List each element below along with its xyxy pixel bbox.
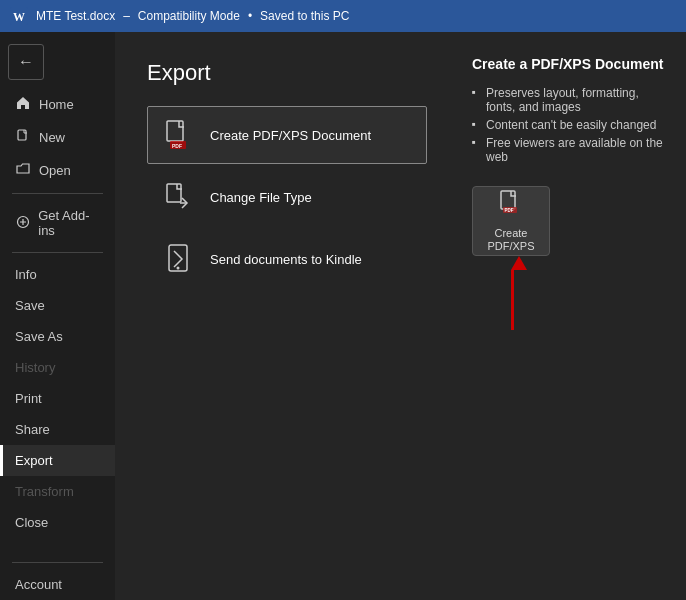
sidebar-label-history: History xyxy=(15,360,55,375)
export-option-label-create-pdf: Create PDF/XPS Document xyxy=(210,128,371,143)
open-icon xyxy=(15,162,31,179)
sidebar-item-new[interactable]: New xyxy=(0,121,115,154)
svg-text:PDF: PDF xyxy=(172,143,182,149)
title-bar-filename: MTE Test.docx xyxy=(36,9,115,23)
export-option-change-file-type[interactable]: Change File Type xyxy=(147,168,427,226)
content-area: Export PDF Create PDF/XPS Document xyxy=(115,32,456,600)
home-icon xyxy=(15,96,31,113)
export-option-label-kindle: Send documents to Kindle xyxy=(210,252,362,267)
svg-point-9 xyxy=(177,267,180,270)
change-file-type-icon xyxy=(160,179,196,215)
title-bar-separator1: – xyxy=(123,9,130,23)
sidebar-divider-2 xyxy=(12,252,103,253)
sidebar-item-account[interactable]: Account xyxy=(0,569,115,600)
back-button[interactable]: ← xyxy=(8,44,44,80)
sidebar-label-share: Share xyxy=(15,422,50,437)
pdf-icon: PDF xyxy=(160,117,196,153)
sidebar-item-open[interactable]: Open xyxy=(0,154,115,187)
sidebar-label-new: New xyxy=(39,130,65,145)
big-button-area: PDF CreatePDF/XPS xyxy=(472,186,670,256)
add-ins-icon xyxy=(15,215,30,232)
sidebar-item-export[interactable]: Export xyxy=(0,445,115,476)
bullet-1: Preserves layout, formatting, fonts, and… xyxy=(472,84,670,116)
sidebar-item-share[interactable]: Share xyxy=(0,414,115,445)
create-pdf-xps-button[interactable]: PDF CreatePDF/XPS xyxy=(472,186,550,256)
sidebar-label-save-as: Save As xyxy=(15,329,63,344)
sidebar-label-get-add-ins: Get Add-ins xyxy=(38,208,103,238)
sidebar-item-info[interactable]: Info xyxy=(0,259,115,290)
arrow-shaft xyxy=(511,270,514,330)
sidebar-label-save: Save xyxy=(15,298,45,313)
title-bar-mode: Compatibility Mode xyxy=(138,9,240,23)
new-icon xyxy=(15,129,31,146)
title-bar-saved-state: Saved to this PC xyxy=(260,9,349,23)
sidebar-divider-3 xyxy=(12,562,103,563)
create-pdf-button-label: CreatePDF/XPS xyxy=(487,227,534,253)
sidebar-label-close: Close xyxy=(15,515,48,530)
title-bar-separator2: • xyxy=(248,9,252,23)
sidebar-label-print: Print xyxy=(15,391,42,406)
sidebar-item-save-as[interactable]: Save As xyxy=(0,321,115,352)
sidebar-label-account: Account xyxy=(15,577,62,592)
svg-text:PDF: PDF xyxy=(505,208,514,213)
arrow-head xyxy=(511,256,527,270)
sidebar-label-home: Home xyxy=(39,97,74,112)
sidebar-divider-1 xyxy=(12,193,103,194)
export-option-send-kindle[interactable]: Send documents to Kindle xyxy=(147,230,427,288)
word-logo-icon: W xyxy=(10,7,28,25)
sidebar-item-close[interactable]: Close xyxy=(0,507,115,538)
sidebar-item-save[interactable]: Save xyxy=(0,290,115,321)
create-pdf-button-icon: PDF xyxy=(497,189,525,223)
app-body: ← Home New Open Get xyxy=(0,32,686,600)
page-title: Export xyxy=(147,60,424,86)
sidebar-item-get-add-ins[interactable]: Get Add-ins xyxy=(0,200,115,246)
sidebar-item-home[interactable]: Home xyxy=(0,88,115,121)
svg-text:W: W xyxy=(13,10,25,24)
sidebar: ← Home New Open Get xyxy=(0,32,115,600)
export-option-create-pdf[interactable]: PDF Create PDF/XPS Document xyxy=(147,106,427,164)
right-panel-title: Create a PDF/XPS Document xyxy=(472,56,670,72)
right-panel-bullets: Preserves layout, formatting, fonts, and… xyxy=(472,84,670,166)
sidebar-label-info: Info xyxy=(15,267,37,282)
export-options-list: PDF Create PDF/XPS Document Change File … xyxy=(147,106,427,288)
svg-rect-10 xyxy=(501,191,515,209)
sidebar-label-export: Export xyxy=(15,453,53,468)
sidebar-label-transform: Transform xyxy=(15,484,74,499)
svg-rect-2 xyxy=(18,130,26,140)
bullet-2: Content can't be easily changed xyxy=(472,116,670,134)
svg-rect-4 xyxy=(167,121,183,141)
right-panel: Create a PDF/XPS Document Preserves layo… xyxy=(456,32,686,600)
title-bar: W MTE Test.docx – Compatibility Mode • S… xyxy=(0,0,686,32)
sidebar-item-print[interactable]: Print xyxy=(0,383,115,414)
bullet-3: Free viewers are available on the web xyxy=(472,134,670,166)
sidebar-item-transform: Transform xyxy=(0,476,115,507)
export-option-label-change-file-type: Change File Type xyxy=(210,190,312,205)
sidebar-item-history: History xyxy=(0,352,115,383)
svg-rect-7 xyxy=(167,184,181,202)
sidebar-label-open: Open xyxy=(39,163,71,178)
kindle-icon xyxy=(160,241,196,277)
